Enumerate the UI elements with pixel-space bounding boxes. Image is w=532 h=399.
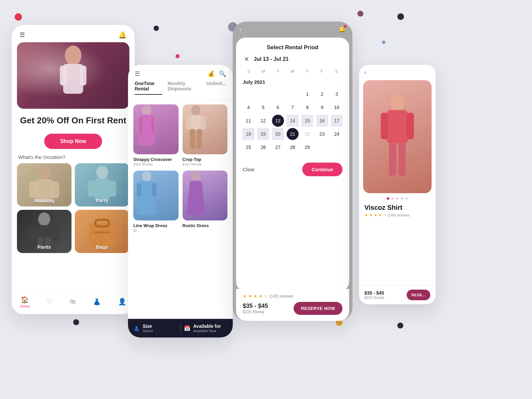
cal-day-5[interactable]: 5 — [257, 101, 269, 113]
phone4-back-icon[interactable]: ‹ — [359, 65, 436, 80]
price-rental: $225 Rental — [243, 310, 268, 314]
star-1: ★ — [243, 294, 247, 299]
month-label: July 2021 — [236, 78, 349, 87]
cal-day-14[interactable]: 14 — [287, 115, 299, 127]
tab-monthly[interactable]: Monthly Shipments — [168, 81, 201, 95]
cal-day-27[interactable]: 27 — [272, 141, 284, 153]
cal-day-11[interactable]: 11 — [242, 115, 254, 127]
cal-day-1[interactable]: 1 — [301, 88, 313, 100]
notification-dot — [344, 25, 346, 28]
phone4-product-image — [363, 80, 432, 193]
cal-day-26[interactable]: 26 — [257, 141, 269, 153]
deco-dot-6 — [176, 54, 180, 58]
menu-icon[interactable]: ☰ — [135, 70, 140, 77]
occasion-pants[interactable]: Pants — [17, 210, 71, 253]
phone-2: ☰ 💰 🔍 OneTime Rental Monthly Shipments U… — [128, 65, 233, 337]
occasion-party[interactable]: Party — [75, 163, 129, 206]
cal-day-12[interactable]: 12 — [257, 115, 269, 127]
occasion-wedding[interactable]: Wadding — [17, 163, 71, 206]
product-rustic[interactable]: Rustic Dress — [183, 171, 228, 233]
reserve-now-button[interactable]: RESERVE NOW — [294, 302, 342, 315]
hamburger-icon[interactable]: ☰ — [20, 31, 25, 39]
cal-day-4[interactable]: 4 — [242, 101, 254, 113]
day-S1: S — [241, 67, 256, 75]
cal-day-25[interactable]: 25 — [242, 141, 254, 153]
bell-icon[interactable]: 🔔 — [118, 31, 127, 39]
back-icon[interactable]: ‹ — [239, 26, 241, 33]
continue-button[interactable]: Continue — [302, 163, 342, 176]
nav-cart[interactable]: 🛍 — [69, 298, 76, 306]
phone3-bell-icon[interactable]: 🔔 — [338, 26, 346, 33]
star-2: ★ — [369, 213, 373, 217]
dot-3 — [396, 197, 399, 200]
svg-rect-22 — [139, 117, 142, 134]
calendar-footer: Clear Continue — [236, 157, 349, 183]
cal-day-29[interactable]: 29 — [301, 141, 313, 153]
deco-dot-13 — [397, 323, 403, 329]
svg-rect-31 — [137, 183, 141, 197]
product-name: Viscoz Shirt — [364, 204, 430, 211]
nav-profile[interactable]: 👤 — [118, 298, 126, 306]
cal-day-23[interactable]: 23 — [316, 128, 328, 140]
cal-day-19[interactable]: 19 — [257, 128, 269, 140]
shop-now-button[interactable]: Shop Now — [44, 134, 102, 149]
strappy-price: $359 /Rental — [133, 162, 179, 167]
product-img-strappy — [133, 104, 179, 154]
cal-day-7[interactable]: 7 — [287, 101, 299, 113]
cal-day-24[interactable]: 24 — [331, 128, 343, 140]
dot-2 — [391, 197, 394, 200]
dollar-icon[interactable]: 💰 — [207, 70, 215, 77]
cal-day-13[interactable]: 13 — [272, 115, 284, 127]
day-S2: S — [329, 67, 344, 75]
cal-day-16[interactable]: 16 — [316, 115, 328, 127]
cal-day-17[interactable]: 17 — [331, 115, 343, 127]
svg-rect-7 — [51, 182, 59, 198]
search-icon[interactable]: 🔍 — [219, 70, 226, 77]
tab-onetime[interactable]: OneTime Rental — [135, 81, 162, 95]
phone1-header: ☰ 🔔 — [12, 25, 135, 42]
svg-rect-25 — [190, 115, 202, 130]
cal-day-28[interactable]: 28 — [287, 141, 299, 153]
cal-day-10[interactable]: 10 — [331, 101, 343, 113]
product-crop[interactable]: Crop Top $154 /Rental — [183, 104, 228, 167]
occasion-label: What's the Occation? — [12, 153, 135, 163]
filter-size-btn[interactable]: 👗 Size Select — [133, 324, 177, 333]
nav-wishlist[interactable]: ♡ — [47, 298, 53, 306]
cal-day-22[interactable]: 22 — [301, 128, 313, 140]
calendar-filter-icon: 📅 — [184, 325, 191, 332]
cal-day-3[interactable]: 3 — [331, 88, 343, 100]
phone4-reserve-button[interactable]: RESE... — [407, 290, 430, 300]
star-2: ★ — [248, 294, 252, 299]
product-detail-section: ★ ★ ★ ★ ★ (145) reviews $35 - $45 $225 R… — [236, 289, 349, 321]
hero-banner — [17, 42, 129, 109]
day-F: F — [315, 67, 329, 75]
cal-day-21[interactable]: 21 — [287, 128, 299, 140]
filter-bar: 👗 Size Select 📅 Available for Available … — [128, 319, 233, 337]
cal-day-6[interactable]: 6 — [272, 101, 284, 113]
cal-day-20[interactable]: 20 — [272, 128, 284, 140]
svg-rect-38 — [389, 143, 396, 176]
product-strappy[interactable]: Strappy Crossover $359 /Rental — [133, 104, 179, 167]
svg-point-24 — [191, 105, 200, 116]
cal-day-8[interactable]: 8 — [301, 101, 313, 113]
nav-home[interactable]: 🏠 Home — [20, 296, 30, 308]
tab-unlimited[interactable]: Unlimit... — [206, 81, 226, 95]
cal-week-3: 11 12 13 14 15 16 17 — [236, 114, 349, 127]
price-info: $35 - $45 $225 Rental — [243, 303, 268, 314]
cal-day-15[interactable]: 15 — [301, 115, 313, 127]
cal-week-2: 4 5 6 7 8 9 10 — [236, 101, 349, 114]
close-date-icon[interactable]: ✕ — [244, 56, 249, 63]
clear-button[interactable]: Clear — [243, 167, 255, 172]
cal-day-2[interactable]: 2 — [316, 88, 328, 100]
occasion-bags[interactable]: Bags — [75, 210, 129, 253]
date-range-text: Jul 13 - Jul 21 — [254, 56, 289, 62]
hero-image — [17, 42, 129, 109]
cal-day-18[interactable]: 18 — [242, 128, 254, 140]
dot-5 — [405, 197, 408, 200]
nav-wardrobe[interactable]: 👗 — [93, 298, 101, 306]
phone-1: ☰ 🔔 Get 20% Off On First Rent Shop Now W… — [12, 25, 135, 314]
cal-day-9[interactable]: 9 — [316, 101, 328, 113]
phone3-top-nav: ‹ 🔔 — [239, 26, 346, 33]
filter-avail-btn[interactable]: 📅 Available for Available Now — [184, 324, 227, 333]
product-wrap[interactable]: Line Wrap Dress $2... — [133, 171, 179, 233]
